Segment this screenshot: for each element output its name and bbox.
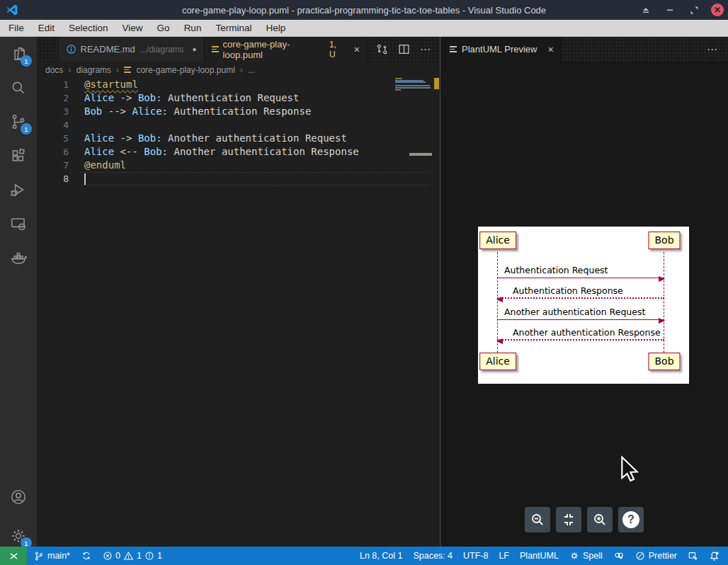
- open-changes-icon[interactable]: [376, 43, 388, 55]
- remote-indicator-button[interactable]: [0, 547, 27, 565]
- breadcrumb-symbol[interactable]: ...: [248, 65, 255, 75]
- formatter-status[interactable]: Prettier: [635, 551, 677, 561]
- shade-button[interactable]: [639, 3, 653, 17]
- line-number: 4: [37, 118, 69, 132]
- encoding-status[interactable]: UTF-8: [463, 551, 488, 561]
- menu-go[interactable]: Go: [150, 20, 177, 37]
- chevron-right-icon: ›: [68, 64, 71, 75]
- minimap[interactable]: [394, 78, 432, 163]
- close-tab-icon[interactable]: ×: [354, 44, 360, 55]
- line-content: Alice -> Bob: Authentication Request: [69, 91, 299, 105]
- zoom-out-button[interactable]: [525, 507, 550, 532]
- zoom-to-fit-button[interactable]: [556, 507, 581, 532]
- breadcrumb-docs[interactable]: docs: [45, 65, 63, 75]
- extensions-icon: [9, 147, 28, 165]
- prettier-disabled-icon: [635, 551, 645, 561]
- plantuml-preview-pane: PlantUML Preview × ⋯ Alice Bob Authentic…: [441, 37, 728, 547]
- preview-zoom-toolbar: ?: [525, 507, 644, 532]
- sidebar-item-extensions[interactable]: [0, 139, 37, 173]
- menu-file[interactable]: File: [1, 20, 31, 37]
- more-actions-icon[interactable]: ⋯: [420, 43, 431, 56]
- close-tab-icon[interactable]: ×: [547, 44, 553, 55]
- tab-plantuml-preview[interactable]: PlantUML Preview ×: [441, 37, 562, 62]
- restore-button[interactable]: [687, 3, 701, 17]
- cursor-position-status[interactable]: Ln 8, Col 1: [360, 551, 402, 561]
- sidebar-item-source-control[interactable]: 1: [0, 105, 37, 139]
- code-line[interactable]: 2Alice -> Bob: Authentication Request: [37, 91, 440, 105]
- line-content: Bob --> Alice: Authentication Response: [69, 105, 311, 118]
- line-number: 6: [37, 145, 69, 159]
- line-content: @startuml: [69, 78, 138, 91]
- line-content: Alice <-- Bob: Another authentication Re…: [69, 145, 359, 159]
- modified-dot-icon[interactable]: ●: [193, 45, 197, 53]
- spell-checker-status[interactable]: Spell: [569, 551, 603, 561]
- feedback-status[interactable]: [688, 551, 698, 561]
- accounts-button[interactable]: [0, 480, 37, 514]
- git-branch-status[interactable]: main*: [34, 551, 70, 561]
- menu-terminal[interactable]: Terminal: [208, 20, 258, 37]
- more-actions-icon[interactable]: ⋯: [707, 43, 728, 56]
- minimize-button[interactable]: [663, 3, 677, 17]
- sync-button[interactable]: [81, 551, 91, 561]
- menu-run[interactable]: Run: [177, 20, 209, 37]
- problems-status[interactable]: 0 1 1: [103, 551, 162, 561]
- vscode-window: core-game-play-loop.puml - practical-pro…: [0, 0, 728, 565]
- overview-ruler-cursor-mark: [409, 153, 432, 156]
- info-icon: [66, 44, 76, 55]
- extension-status[interactable]: [613, 551, 625, 561]
- bell-icon: [709, 551, 720, 561]
- menu-view[interactable]: View: [115, 20, 150, 37]
- zoom-to-fit-icon: [561, 512, 576, 527]
- tab-label: README.md: [81, 44, 135, 55]
- tab-readme[interactable]: README.md .../diagrams ●: [59, 37, 205, 62]
- eol-status[interactable]: LF: [499, 551, 509, 561]
- notifications-button[interactable]: [709, 551, 720, 561]
- menu-selection[interactable]: Selection: [62, 20, 115, 37]
- split-editor-icon[interactable]: [398, 43, 410, 55]
- line-number: 7: [37, 159, 69, 172]
- editor-group: README.md .../diagrams ● core-game-play-…: [37, 37, 440, 547]
- editor-actions: ⋯: [368, 37, 440, 62]
- code-line[interactable]: 5Alice -> Bob: Another authentication Re…: [37, 132, 440, 145]
- message-line: [497, 297, 664, 299]
- zoom-out-icon: [530, 512, 545, 527]
- close-window-button[interactable]: ✕: [711, 4, 724, 16]
- line-content: [69, 172, 86, 186]
- menu-edit[interactable]: Edit: [31, 20, 62, 37]
- help-button[interactable]: ?: [618, 507, 644, 532]
- language-mode-status[interactable]: PlantUML: [520, 551, 559, 561]
- sidebar-item-docker[interactable]: [0, 241, 37, 275]
- sidebar-item-explorer[interactable]: 1: [0, 37, 37, 71]
- breadcrumb-diagrams[interactable]: diagrams: [76, 65, 111, 75]
- menu-help[interactable]: Help: [258, 20, 292, 37]
- docker-icon: [9, 249, 28, 267]
- code-line[interactable]: 3Bob --> Alice: Authentication Response: [37, 105, 440, 118]
- puml-file-icon: [212, 46, 219, 52]
- sidebar-item-search[interactable]: [0, 71, 37, 105]
- code-line[interactable]: 8: [37, 172, 440, 186]
- diagram-message: Another authentication Response: [497, 327, 664, 341]
- line-content: Alice -> Bob: Another authentication Req…: [69, 132, 347, 145]
- indentation-status[interactable]: Spaces: 4: [413, 551, 453, 561]
- code-line[interactable]: 6Alice <-- Bob: Another authentication R…: [37, 145, 440, 159]
- code-line[interactable]: 7@enduml: [37, 159, 440, 172]
- code-line[interactable]: 1@startuml: [37, 78, 440, 91]
- info-count: 1: [157, 551, 162, 561]
- participant-bob-top: Bob: [648, 232, 680, 249]
- info-icon: [144, 551, 154, 561]
- sidebar-item-run-and-debug[interactable]: [0, 173, 37, 207]
- two-circles-icon: [613, 551, 625, 561]
- source-control-badge: 1: [21, 123, 32, 135]
- code-editor[interactable]: 1@startuml2Alice -> Bob: Authentication …: [37, 78, 440, 547]
- run-debug-icon: [9, 181, 28, 199]
- tab-core-game-play-loop[interactable]: core-game-play-loop.puml 1, U ×: [205, 37, 368, 62]
- line-content: @enduml: [69, 159, 126, 172]
- breadcrumb-file[interactable]: core-game-play-loop.puml: [136, 65, 234, 75]
- message-label: Another authentication Response: [497, 327, 664, 338]
- zoom-in-button[interactable]: [587, 507, 613, 532]
- minimap-line: [395, 81, 426, 83]
- code-line[interactable]: 4: [37, 118, 440, 132]
- text-cursor: [84, 173, 86, 185]
- sidebar-item-remote-explorer[interactable]: [0, 207, 37, 241]
- remote-icon: [8, 551, 19, 561]
